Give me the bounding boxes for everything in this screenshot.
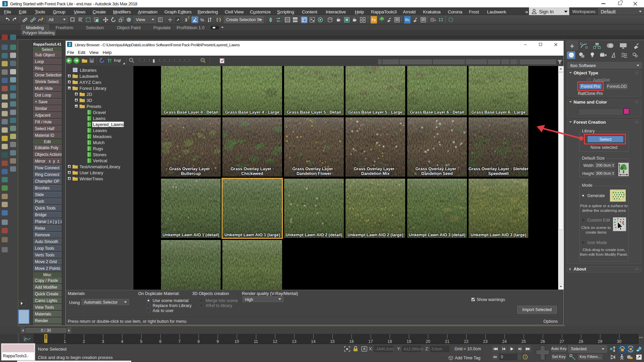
svg-text:Dandelion Flower: Dandelion Flower xyxy=(297,171,331,176)
svg-text:Grass Base Layer 4 - Large: Grass Base Layer 4 - Large xyxy=(225,110,279,115)
svg-text:A: A xyxy=(434,19,436,22)
svg-text:Unkempt Lawn AIO 1 (large): Unkempt Lawn AIO 1 (large) xyxy=(224,233,280,237)
svg-text:Grass Base Layer 5 - Detail: Grass Base Layer 5 - Detail xyxy=(287,110,341,115)
svg-text:Grass Overlay Layer -: Grass Overlay Layer - xyxy=(169,167,212,171)
svg-text:Grass Overlay Layer -: Grass Overlay Layer - xyxy=(354,167,397,171)
svg-text:Buttercup: Buttercup xyxy=(181,171,201,176)
svg-text:Grass Overlay Layer -: Grass Overlay Layer - xyxy=(230,167,274,171)
svg-text:Dandelion Mix: Dandelion Mix xyxy=(361,171,390,176)
svg-text:Unkempt Lawn AIO 2 (large): Unkempt Lawn AIO 2 (large) xyxy=(347,233,403,237)
svg-text:Dandelion Seed: Dandelion Seed xyxy=(421,171,453,176)
svg-text:Grass Base Layer 6 - Detail: Grass Base Layer 6 - Detail xyxy=(410,110,464,115)
svg-text:Grass Base Layer 6 - Large: Grass Base Layer 6 - Large xyxy=(471,110,525,115)
svg-text:Unkempt Lawn AIO 3 (large): Unkempt Lawn AIO 3 (large) xyxy=(471,233,526,237)
svg-text:Unkempt Lawn AIO 2 (detail): Unkempt Lawn AIO 2 (detail) xyxy=(285,233,342,237)
svg-text:Grass Overlay Layer -: Grass Overlay Layer - xyxy=(292,167,335,171)
svg-text:Speedwell: Speedwell xyxy=(488,171,508,176)
svg-text:3: 3 xyxy=(68,42,71,47)
svg-text:Grass Overlay Layer -: Grass Overlay Layer - xyxy=(415,167,459,171)
svg-text:Unkempt Lawn AIO 3 (detail): Unkempt Lawn AIO 3 (detail) xyxy=(409,233,465,237)
svg-text:Grass Overlay Layer - Slender: Grass Overlay Layer - Slender xyxy=(469,167,529,171)
svg-text:Unkempt Lawn AIO 1 (detail): Unkempt Lawn AIO 1 (detail) xyxy=(162,233,219,237)
svg-text:Grass Base Layer 5 - Large: Grass Base Layer 5 - Large xyxy=(348,110,402,115)
svg-text:Chickweed: Chickweed xyxy=(241,171,263,176)
svg-text:3: 3 xyxy=(4,1,6,6)
svg-text:Grass Base Layer 4 - Detail: Grass Base Layer 4 - Detail xyxy=(164,110,218,115)
